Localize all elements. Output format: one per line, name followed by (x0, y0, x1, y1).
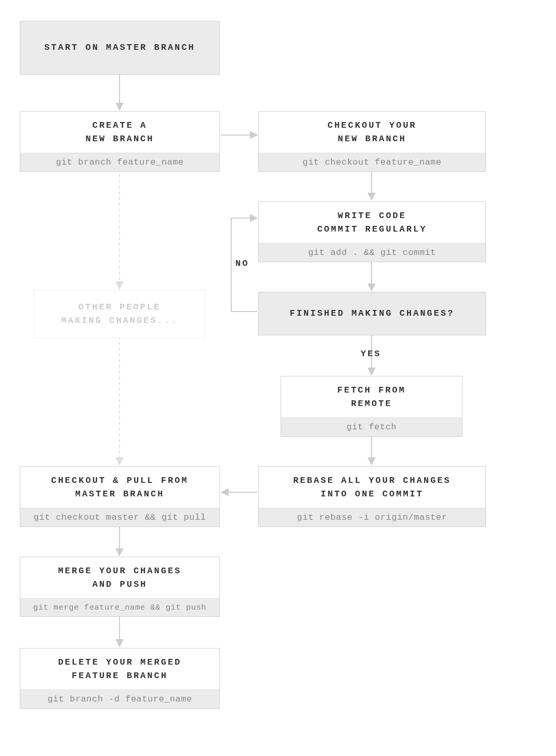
node-pull-title: CHECKOUT & PULL FROMMASTER BRANCH (20, 467, 219, 508)
node-fetch: FETCH FROMREMOTE git fetch (281, 376, 462, 437)
node-rebase: REBASE ALL YOUR CHANGESINTO ONE COMMIT g… (258, 466, 486, 527)
node-finished-decision: FINISHED MAKING CHANGES? (258, 292, 486, 335)
node-others-title: OTHER PEOPLEMAKING CHANGES... (34, 290, 205, 338)
node-write-code: WRITE CODECOMMIT REGULARLY git add . && … (258, 201, 486, 262)
node-merge-title: MERGE YOUR CHANGESAND PUSH (20, 557, 219, 598)
node-checkout-title: CHECKOUT YOURNEW BRANCH (259, 112, 485, 153)
node-merge: MERGE YOUR CHANGESAND PUSH git merge fea… (20, 557, 220, 617)
node-others: OTHER PEOPLEMAKING CHANGES... (34, 290, 205, 338)
node-fetch-cmd: git fetch (281, 417, 462, 436)
node-rebase-cmd: git rebase -i origin/master (259, 508, 485, 526)
node-write-cmd: git add . && git commit (259, 243, 485, 262)
node-fetch-title: FETCH FROMREMOTE (281, 376, 462, 417)
node-pull-cmd: git checkout master && git pull (20, 508, 219, 526)
node-delete-title: DELETE YOUR MERGEDFEATURE BRANCH (20, 649, 219, 690)
node-checkout-branch: CHECKOUT YOURNEW BRANCH git checkout fea… (258, 111, 486, 172)
node-start-title: START ON MASTER BRANCH (20, 21, 219, 74)
node-pull: CHECKOUT & PULL FROMMASTER BRANCH git ch… (20, 466, 220, 527)
node-create-branch: CREATE ANEW BRANCH git branch feature_na… (20, 111, 220, 172)
node-write-title: WRITE CODECOMMIT REGULARLY (259, 202, 485, 243)
node-rebase-title: REBASE ALL YOUR CHANGESINTO ONE COMMIT (259, 467, 485, 508)
node-finished-title: FINISHED MAKING CHANGES? (259, 292, 485, 335)
node-merge-cmd: git merge feature_name && git push (20, 598, 219, 616)
node-checkout-cmd: git checkout feature_name (259, 153, 485, 171)
edge-label-yes: YES (361, 349, 381, 359)
edge-label-no: NO (235, 259, 249, 268)
node-create-cmd: git branch feature_name (20, 153, 219, 171)
node-create-title: CREATE ANEW BRANCH (20, 112, 219, 153)
node-delete: DELETE YOUR MERGEDFEATURE BRANCH git bra… (20, 648, 220, 709)
node-delete-cmd: git branch -d feature_name (20, 690, 219, 708)
node-start: START ON MASTER BRANCH (20, 21, 220, 75)
